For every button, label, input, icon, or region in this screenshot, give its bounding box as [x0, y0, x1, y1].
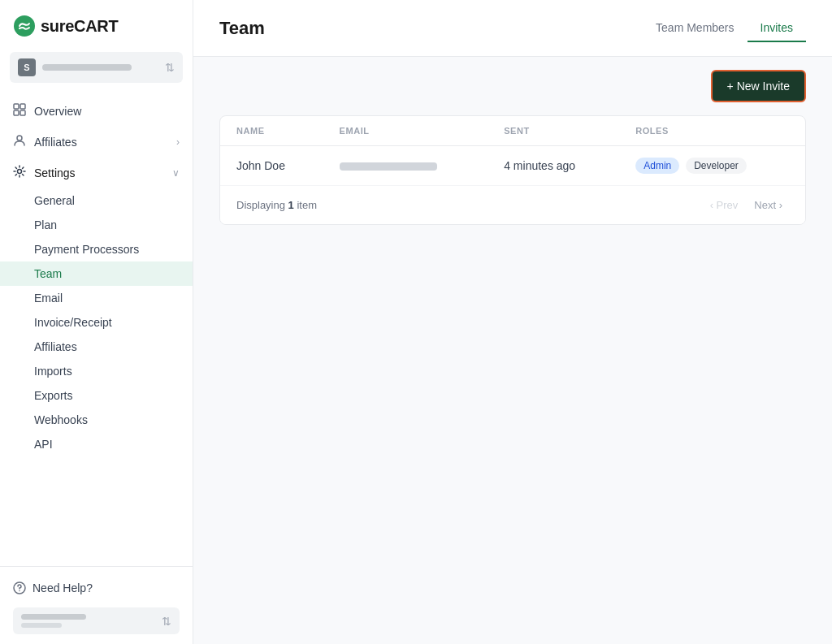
- store-avatar: S: [18, 58, 36, 76]
- help-icon: [13, 581, 26, 594]
- sub-nav-item-payment-processors[interactable]: Payment Processors: [0, 237, 193, 261]
- sub-nav-item-team[interactable]: Team: [0, 261, 193, 286]
- sidebar-item-overview-label: Overview: [34, 105, 81, 118]
- overview-icon: [13, 103, 26, 119]
- item-count: 1: [288, 199, 294, 211]
- sidebar-nav: Overview Affiliates › Settings ∨ General…: [0, 89, 193, 566]
- surecart-logo-icon: [13, 15, 36, 37]
- displaying-count: Displaying 1 item: [236, 199, 317, 211]
- prev-button[interactable]: ‹ Prev: [704, 196, 745, 214]
- sidebar-item-overview[interactable]: Overview: [0, 96, 193, 127]
- new-invite-button[interactable]: + New Invite: [711, 70, 806, 102]
- col-name: NAME: [220, 116, 323, 146]
- page-title: Team: [219, 18, 265, 39]
- affiliates-icon: [13, 134, 26, 150]
- logo-label: sureCART: [41, 17, 118, 36]
- table-header: NAME EMAIL SENT ROLES: [220, 116, 805, 146]
- sub-nav-item-api[interactable]: API: [0, 432, 193, 456]
- invites-table-container: NAME EMAIL SENT ROLES John Doe 4 minutes…: [219, 115, 806, 225]
- logo: sureCART: [0, 0, 193, 52]
- svg-rect-2: [20, 104, 25, 109]
- main-content: Team Team Members Invites + New Invite N…: [193, 0, 832, 644]
- sub-nav-item-plan[interactable]: Plan: [0, 213, 193, 237]
- role-badge-developer: Developer: [686, 158, 747, 174]
- row-sent: 4 minutes ago: [488, 146, 619, 186]
- store-selector-top[interactable]: S ⇅: [10, 52, 183, 83]
- email-redacted-bar: [340, 162, 437, 171]
- store-selector-bottom[interactable]: ⇅: [13, 607, 180, 634]
- svg-rect-3: [14, 110, 19, 115]
- table-body: John Doe 4 minutes ago Admin Developer: [220, 146, 805, 186]
- need-help-link[interactable]: Need Help?: [13, 577, 180, 599]
- header-tabs: Team Members Invites: [643, 15, 806, 41]
- svg-point-6: [18, 170, 22, 174]
- sub-nav-item-webhooks[interactable]: Webhooks: [0, 408, 193, 432]
- pagination: ‹ Prev Next ›: [704, 196, 789, 214]
- sidebar-item-settings[interactable]: Settings ∨: [0, 158, 193, 188]
- sidebar-item-affiliates-label: Affiliates: [34, 136, 77, 149]
- sidebar-item-affiliates[interactable]: Affiliates ›: [0, 127, 193, 158]
- svg-point-5: [17, 136, 22, 140]
- settings-chevron-icon: ∨: [172, 167, 180, 179]
- bottom-store-bar2: [21, 623, 62, 628]
- next-button[interactable]: Next ›: [748, 196, 789, 214]
- tab-team-members[interactable]: Team Members: [643, 15, 747, 42]
- col-email: EMAIL: [323, 116, 488, 146]
- content-area: NAME EMAIL SENT ROLES John Doe 4 minutes…: [193, 115, 832, 644]
- action-bar: + New Invite: [193, 57, 832, 115]
- settings-sub-nav: General Plan Payment Processors Team Ema…: [0, 188, 193, 456]
- row-roles: Admin Developer: [619, 146, 805, 186]
- bottom-chevron-updown-icon: ⇅: [162, 615, 171, 628]
- page-header: Team Team Members Invites: [193, 0, 832, 57]
- sub-nav-item-invoice-receipt[interactable]: Invoice/Receipt: [0, 310, 193, 335]
- sub-nav-item-email[interactable]: Email: [0, 286, 193, 310]
- sidebar-footer: Need Help? ⇅: [0, 566, 193, 644]
- chevron-updown-icon: ⇅: [165, 61, 175, 74]
- table-row: John Doe 4 minutes ago Admin Developer: [220, 146, 805, 186]
- store-name-bar: [42, 64, 132, 71]
- affiliates-chevron-icon: ›: [176, 136, 180, 148]
- svg-point-0: [14, 15, 35, 37]
- svg-rect-4: [20, 110, 25, 115]
- sidebar: sureCART S ⇅ Overview Affiliates › Sett: [0, 0, 193, 644]
- sub-nav-item-general[interactable]: General: [0, 188, 193, 213]
- sub-nav-item-imports[interactable]: Imports: [0, 359, 193, 383]
- sub-nav-item-exports[interactable]: Exports: [0, 383, 193, 408]
- bottom-store-bar1: [21, 614, 86, 620]
- need-help-label: Need Help?: [32, 581, 93, 594]
- sub-nav-item-affiliates[interactable]: Affiliates: [0, 335, 193, 359]
- row-email: [323, 146, 488, 186]
- settings-icon: [13, 165, 26, 181]
- sidebar-item-settings-label: Settings: [34, 166, 76, 179]
- role-badge-admin: Admin: [635, 158, 679, 174]
- tab-invites[interactable]: Invites: [748, 15, 806, 42]
- svg-point-8: [19, 590, 20, 592]
- invites-table: NAME EMAIL SENT ROLES John Doe 4 minutes…: [220, 116, 805, 185]
- svg-rect-1: [14, 104, 19, 109]
- row-name: John Doe: [220, 146, 323, 186]
- col-sent: SENT: [488, 116, 619, 146]
- table-footer: Displaying 1 item ‹ Prev Next ›: [220, 185, 805, 224]
- col-roles: ROLES: [619, 116, 805, 146]
